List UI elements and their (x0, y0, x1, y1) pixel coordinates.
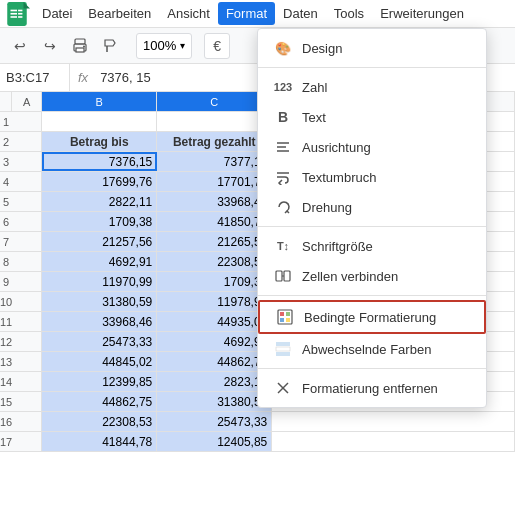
svg-rect-26 (276, 347, 290, 351)
cell-a11[interactable] (12, 312, 42, 331)
cell-b6[interactable]: 1709,38 (42, 212, 157, 231)
undo-button[interactable]: ↩ (6, 32, 34, 60)
cell-a15[interactable] (12, 392, 42, 411)
cell-c13[interactable]: 44862,75 (157, 352, 272, 371)
cell-a4[interactable] (12, 172, 42, 191)
print-button[interactable] (66, 32, 94, 60)
menu-item-drehung[interactable]: Drehung (258, 192, 486, 222)
menu-item-design[interactable]: 🎨 Design (258, 33, 486, 63)
cell-c4[interactable]: 17701,76 (157, 172, 272, 191)
menu-item-text[interactable]: B Text (258, 102, 486, 132)
cell-a3[interactable] (12, 152, 42, 171)
paint-button[interactable] (96, 32, 124, 60)
col-header-a[interactable]: A (12, 92, 42, 111)
menu-erweiterungen[interactable]: Erweiterungen (372, 2, 472, 25)
menu-daten[interactable]: Daten (275, 2, 326, 25)
menu-item-bedingte-formatierung[interactable]: Bedingte Formatierung (258, 300, 486, 334)
cell-c14[interactable]: 2823,11 (157, 372, 272, 391)
cell-c12[interactable]: 4692,91 (157, 332, 272, 351)
row-header-1: 1 (0, 112, 12, 132)
svg-marker-7 (24, 2, 31, 9)
cell-a13[interactable] (12, 352, 42, 371)
menu-ansicht[interactable]: Ansicht (159, 2, 218, 25)
cell-d16[interactable] (272, 412, 515, 431)
menu-separator-2 (258, 226, 486, 227)
cell-a2[interactable] (12, 132, 42, 151)
currency-button[interactable]: € (204, 33, 230, 59)
cell-c2[interactable]: Betrag gezahlt (157, 132, 272, 151)
cell-b1[interactable] (42, 112, 157, 131)
cell-c5[interactable]: 33968,46 (157, 192, 272, 211)
cell-a9[interactable] (12, 272, 42, 291)
cell-a12[interactable] (12, 332, 42, 351)
row-header-14: 14 (0, 372, 12, 392)
cell-b15[interactable]: 44862,75 (42, 392, 157, 411)
cell-b16[interactable]: 22308,53 (42, 412, 157, 431)
cell-a17[interactable] (12, 432, 42, 451)
cell-c7[interactable]: 21265,56 (157, 232, 272, 251)
cell-b10[interactable]: 31380,59 (42, 292, 157, 311)
row-header-17: 17 (0, 432, 12, 452)
cell-b5[interactable]: 2822,11 (42, 192, 157, 211)
cell-a6[interactable] (12, 212, 42, 231)
cell-a7[interactable] (12, 232, 42, 251)
redo-button[interactable]: ↪ (36, 32, 64, 60)
menu-datei[interactable]: Datei (34, 2, 80, 25)
cell-b17[interactable]: 41844,78 (42, 432, 157, 451)
format-dropdown-menu: 🎨 Design 123 Zahl B Text Ausrichtung Tex… (257, 28, 487, 408)
cell-c9[interactable]: 1709,38 (157, 272, 272, 291)
cell-c17[interactable]: 12405,85 (157, 432, 272, 451)
cell-b7[interactable]: 21257,56 (42, 232, 157, 251)
cell-b11[interactable]: 33968,46 (42, 312, 157, 331)
col-header-c[interactable]: C (157, 92, 272, 111)
cell-b8[interactable]: 4692,91 (42, 252, 157, 271)
cell-b3[interactable]: 7376,15 (42, 152, 157, 171)
rotation-icon (274, 198, 292, 216)
menu-item-abwechselnde-farben[interactable]: Abwechselnde Farben (258, 334, 486, 364)
menu-item-zahl[interactable]: 123 Zahl (258, 72, 486, 102)
menu-format[interactable]: Format (218, 2, 275, 25)
cell-a10[interactable] (12, 292, 42, 311)
menu-item-design-label: Design (302, 41, 342, 56)
cell-b13[interactable]: 44845,02 (42, 352, 157, 371)
cell-c1[interactable] (157, 112, 272, 131)
cell-b9[interactable]: 11970,99 (42, 272, 157, 291)
text-bold-icon: B (274, 108, 292, 126)
cell-reference[interactable]: B3:C17 (0, 64, 70, 91)
zoom-select[interactable]: 100% ▾ (136, 33, 192, 59)
menu-bearbeiten[interactable]: Bearbeiten (80, 2, 159, 25)
menu-tools[interactable]: Tools (326, 2, 372, 25)
alternating-colors-icon (274, 340, 292, 358)
col-header-b[interactable]: B (42, 92, 157, 111)
menu-item-zellenverbinden[interactable]: Zellen verbinden (258, 261, 486, 291)
cell-a16[interactable] (12, 412, 42, 431)
cell-c8[interactable]: 22308,53 (157, 252, 272, 271)
menu-item-ausrichtung[interactable]: Ausrichtung (258, 132, 486, 162)
cell-c15[interactable]: 31380,59 (157, 392, 272, 411)
svg-rect-6 (18, 16, 22, 18)
menu-item-formatierung-entfernen-label: Formatierung entfernen (302, 381, 438, 396)
svg-rect-25 (276, 342, 290, 346)
cell-b2[interactable]: Betrag bis (42, 132, 157, 151)
cell-b14[interactable]: 12399,85 (42, 372, 157, 391)
cell-c3[interactable]: 7377,15 (157, 152, 272, 171)
cell-c11[interactable]: 44935,02 (157, 312, 272, 331)
menu-item-textumbruch[interactable]: Textumbruch (258, 162, 486, 192)
menu-item-schriftgroesse[interactable]: T↕ Schriftgröße (258, 231, 486, 261)
cell-b12[interactable]: 25473,33 (42, 332, 157, 351)
cell-b4[interactable]: 17699,76 (42, 172, 157, 191)
cell-a1[interactable] (12, 112, 42, 131)
svg-rect-3 (11, 16, 18, 18)
cell-c10[interactable]: 11978,99 (157, 292, 272, 311)
cell-d17[interactable] (272, 432, 515, 451)
cell-c6[interactable]: 41850,78 (157, 212, 272, 231)
menu-item-formatierung-entfernen[interactable]: Formatierung entfernen (258, 373, 486, 403)
row-header-10: 10 (0, 292, 12, 312)
svg-rect-5 (18, 12, 22, 14)
fx-label: fx (70, 70, 96, 85)
cell-c16[interactable]: 25473,33 (157, 412, 272, 431)
cell-a14[interactable] (12, 372, 42, 391)
cell-a8[interactable] (12, 252, 42, 271)
cell-a5[interactable] (12, 192, 42, 211)
app-logo (4, 1, 30, 27)
